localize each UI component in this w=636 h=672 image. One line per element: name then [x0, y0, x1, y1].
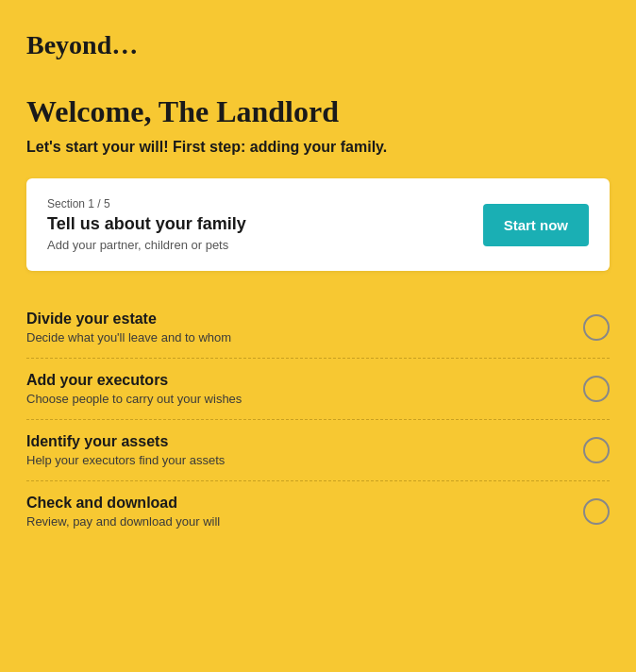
checklist-item: Check and downloadReview, pay and downlo…: [26, 481, 610, 542]
section-card-content: Section 1 / 5 Tell us about your family …: [47, 197, 468, 252]
welcome-subtitle: Let's start your will! First step: addin…: [26, 139, 610, 156]
checklist-item: Identify your assetsHelp your executors …: [26, 420, 610, 481]
checklist-item-title: Add your executors: [26, 372, 572, 389]
checklist-circle-icon: [583, 314, 610, 341]
checklist-item-title: Identify your assets: [26, 433, 572, 450]
checklist-item-title: Divide your estate: [26, 311, 572, 328]
checklist-item-desc: Help your executors find your assets: [26, 453, 572, 467]
section-label: Section 1 / 5: [47, 197, 468, 210]
welcome-heading: Welcome, The Landlord: [26, 94, 610, 129]
section-card: Section 1 / 5 Tell us about your family …: [26, 178, 610, 271]
checklist-item-desc: Decide what you'll leave and to whom: [26, 330, 572, 344]
checklist-item-title: Check and download: [26, 495, 572, 512]
checklist-item-text: Divide your estateDecide what you'll lea…: [26, 311, 572, 344]
app-title: Beyond…: [26, 30, 610, 60]
section-title: Tell us about your family: [47, 214, 468, 234]
checklist-item-desc: Choose people to carry out your wishes: [26, 392, 572, 406]
checklist-circle-icon: [583, 376, 610, 402]
checklist: Divide your estateDecide what you'll lea…: [26, 297, 610, 542]
checklist-item-text: Check and downloadReview, pay and downlo…: [26, 495, 572, 529]
checklist-item: Add your executorsChoose people to carry…: [26, 359, 610, 420]
checklist-circle-icon: [583, 498, 610, 525]
checklist-circle-icon: [583, 437, 610, 463]
start-now-button[interactable]: Start now: [483, 204, 589, 246]
checklist-item-text: Identify your assetsHelp your executors …: [26, 433, 572, 467]
checklist-item-desc: Review, pay and download your will: [26, 514, 572, 529]
checklist-item: Divide your estateDecide what you'll lea…: [26, 297, 610, 359]
checklist-item-text: Add your executorsChoose people to carry…: [26, 372, 572, 406]
section-description: Add your partner, children or pets: [47, 238, 468, 252]
